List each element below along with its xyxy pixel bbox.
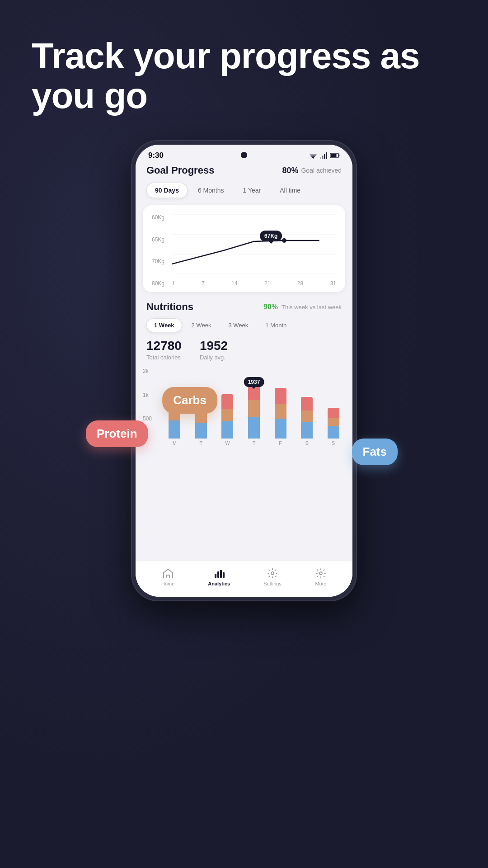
tab-1year[interactable]: 1 Year <box>235 183 270 198</box>
settings-icon <box>267 567 278 579</box>
nutritions-title: Nutritions <box>146 301 193 313</box>
svg-rect-4 <box>322 156 324 159</box>
nutri-tab-1month[interactable]: 1 Month <box>258 318 294 332</box>
svg-point-19 <box>271 572 274 575</box>
nutri-tab-1week[interactable]: 1 Week <box>146 318 182 332</box>
bar-stack-wrapper-t2: 1937 <box>248 381 260 439</box>
bar-fats-t1 <box>195 423 207 439</box>
bar-protein-f <box>275 388 286 404</box>
bar-label-t1: T <box>200 440 203 446</box>
bar-stack-s1 <box>301 397 313 439</box>
nav-settings[interactable]: Settings <box>263 567 282 586</box>
nav-analytics-label: Analytics <box>208 581 230 586</box>
x-label-1: 1 <box>172 280 175 287</box>
bar-carbs-f <box>275 404 286 419</box>
bar-label-t2: T <box>253 440 256 446</box>
y-label-65: 65Kg <box>152 236 164 243</box>
float-fats-label: Fats <box>352 439 398 465</box>
bar-friday: F <box>268 368 292 446</box>
bar-fats-w <box>221 421 233 439</box>
total-calories-label: Total calories <box>146 354 182 361</box>
nutritions-header: Nutritions 90% This week vs last week <box>136 299 352 318</box>
bar-stack-t2 <box>248 381 260 439</box>
bar-y-500: 500 <box>143 415 152 422</box>
bar-protein-s1 <box>301 397 313 410</box>
bar-tooltip: 1937 <box>244 377 264 387</box>
total-calories-value: 12780 <box>146 339 182 353</box>
phone-shell: 9:30 <box>131 140 357 601</box>
weight-line-svg <box>172 214 336 274</box>
bar-protein-w <box>221 394 233 409</box>
battery-icon <box>330 153 340 158</box>
goal-achieved: 80% Goal achieved <box>282 166 342 175</box>
app-header: Goal Progress 80% Goal achieved <box>136 160 352 183</box>
stats-row: 12780 Total calories 1952 Daily avg. <box>136 339 352 368</box>
nav-more[interactable]: More <box>315 567 327 586</box>
goal-label: Goal achieved <box>301 167 342 174</box>
bar-wednesday: W <box>216 368 239 446</box>
home-icon <box>162 567 174 579</box>
nutri-tab-3week[interactable]: 3 Week <box>221 318 256 332</box>
bar-carbs-t1 <box>195 413 207 423</box>
svg-point-20 <box>319 572 322 575</box>
app-header-title: Goal Progress <box>146 165 214 176</box>
screen-content: Goal Progress 80% Goal achieved 90 Days … <box>136 160 352 592</box>
bar-carbs-w <box>221 409 233 421</box>
bar-stack-s2 <box>328 408 339 439</box>
bar-fats-t2 <box>248 417 260 439</box>
bar-sunday: S <box>321 368 345 446</box>
bottom-nav: Home Analytics <box>136 561 352 592</box>
bar-saturday: S <box>295 368 319 446</box>
bar-label-m: M <box>173 440 177 446</box>
nutritions-pct: 90% <box>263 303 278 311</box>
svg-rect-9 <box>331 154 337 157</box>
svg-rect-17 <box>220 570 222 578</box>
bar-carbs-s1 <box>301 410 313 422</box>
bar-protein-s2 <box>328 408 339 418</box>
weight-tooltip: 67Kg <box>260 231 282 241</box>
svg-marker-2 <box>312 157 314 159</box>
bar-carbs-s2 <box>328 418 339 426</box>
nutrition-tabs: 1 Week 2 Week 3 Week 1 Month <box>136 318 352 339</box>
daily-avg-label: Daily avg. <box>200 354 228 361</box>
bar-fats-m <box>169 420 180 439</box>
svg-rect-6 <box>326 152 328 159</box>
tab-90days[interactable]: 90 Days <box>146 183 188 198</box>
x-label-21: 21 <box>264 280 270 287</box>
tab-6months[interactable]: 6 Months <box>189 183 233 198</box>
y-label-70: 70Kg <box>152 258 164 264</box>
bar-fats-f <box>275 419 286 439</box>
goal-pct: 80% <box>282 166 298 175</box>
tab-alltime[interactable]: All time <box>271 183 309 198</box>
bar-stack-f <box>275 388 286 439</box>
chart-x-labels: 1 7 14 21 28 31 <box>172 280 336 287</box>
nav-more-label: More <box>315 581 326 586</box>
more-icon <box>315 567 327 579</box>
daily-avg-value: 1952 <box>200 339 228 353</box>
bar-carbs-t2 <box>248 400 260 417</box>
bar-label-s1: S <box>305 440 309 446</box>
analytics-icon <box>213 567 225 579</box>
nav-settings-label: Settings <box>263 581 282 586</box>
chart-y-labels: 60Kg 65Kg 70Kg 80Kg <box>152 214 164 287</box>
wifi-icon <box>309 152 317 159</box>
svg-point-14 <box>282 238 286 243</box>
nutri-tab-2week[interactable]: 2 Week <box>184 318 219 332</box>
nav-home[interactable]: Home <box>161 567 174 586</box>
svg-rect-5 <box>324 154 325 159</box>
bar-chart-area: 2k 1k 500 0 M <box>136 368 352 458</box>
svg-rect-3 <box>320 157 321 159</box>
camera-notch <box>241 152 247 158</box>
x-label-31: 31 <box>330 280 336 287</box>
goal-tabs: 90 Days 6 Months 1 Year All time <box>136 183 352 205</box>
nav-home-label: Home <box>161 581 174 586</box>
bar-label-f: F <box>279 440 282 446</box>
phone-screen: 9:30 <box>136 145 352 597</box>
x-label-28: 28 <box>297 280 303 287</box>
nav-analytics[interactable]: Analytics <box>208 567 230 586</box>
nutritions-meta: 90% This week vs last week <box>263 303 342 311</box>
weight-chart-card: 60Kg 65Kg 70Kg 80Kg <box>143 205 345 292</box>
bar-fats-s2 <box>328 426 339 439</box>
y-label-80: 80Kg <box>152 280 164 287</box>
bar-stack-w <box>221 394 233 439</box>
